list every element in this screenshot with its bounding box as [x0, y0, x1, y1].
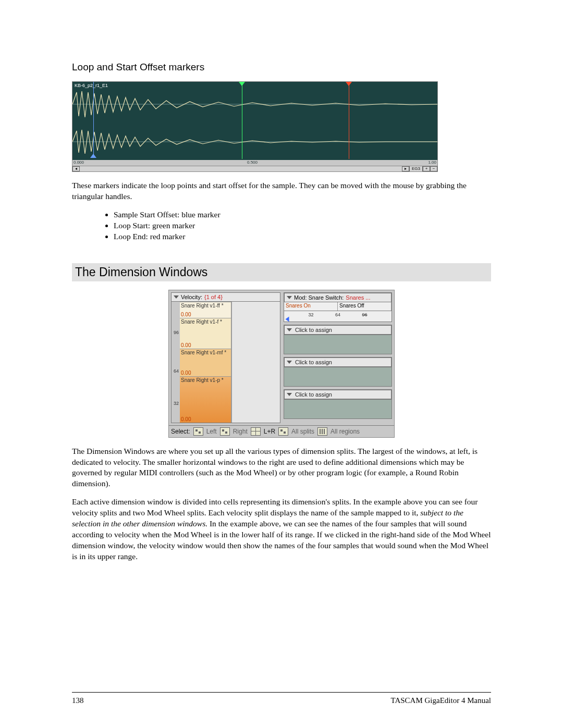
- select-left-button[interactable]: Left: [206, 428, 217, 435]
- list-item: Loop End: red marker: [114, 231, 491, 242]
- velocity-split-cell[interactable]: Snare Right v1-p * 0.00: [180, 376, 231, 423]
- mod-split-on[interactable]: Snares On: [284, 302, 338, 311]
- velocity-split-cell[interactable]: Snare Right v1-mf * 0.00: [180, 349, 231, 376]
- waveform-channel-left: [72, 88, 437, 120]
- waveform-scrollbar[interactable]: ◂ ▸ EG3 + −: [72, 166, 437, 171]
- click-to-assign-label: Click to assign: [294, 359, 332, 365]
- select-all-splits-icon[interactable]: [278, 427, 288, 436]
- chevron-down-icon: [174, 295, 179, 299]
- paragraph-dim-overview: The Dimension Windows are where you set …: [72, 446, 491, 490]
- manual-title: TASCAM GigaEditor 4 Manual: [390, 696, 491, 705]
- select-lr-button[interactable]: L+R: [264, 428, 275, 435]
- select-all-regions-button[interactable]: All regions: [331, 428, 360, 435]
- velocity-split-cell[interactable]: Snare Right v1-f * 0.00: [180, 318, 231, 349]
- sample-name-label: KB-6_p2_r1_E1: [75, 83, 108, 88]
- chevron-down-icon: [287, 361, 292, 364]
- velocity-window[interactable]: Velocity: {1 of 4} 96 64 32 Snare Right …: [171, 292, 280, 423]
- scroll-left-icon[interactable]: ◂: [72, 166, 80, 171]
- paragraph-markers-intro: These markers indicate the loop points a…: [72, 180, 491, 202]
- waveform-figure: KB-6_p2_r1_E1 0.000 0.500 1.00 ◂ ▸: [72, 81, 438, 172]
- mod-scale: 32 64 96: [284, 311, 391, 322]
- unassigned-dimension-window[interactable]: Click to assign: [284, 389, 392, 419]
- select-left-icon[interactable]: [193, 427, 203, 436]
- mod-header[interactable]: Mod: Snare Switch: Snares ...: [284, 293, 391, 302]
- velocity-header-label: Velocity:: [181, 294, 202, 300]
- select-lr-icon[interactable]: [251, 427, 261, 436]
- velocity-split-cell[interactable]: Snare Right v1-ff * 0.00: [180, 302, 231, 318]
- chevron-down-icon: [287, 328, 292, 331]
- scroll-right-icon[interactable]: ▸: [402, 166, 409, 171]
- click-to-assign-label: Click to assign: [294, 391, 332, 398]
- marker-bullet-list: Sample Start Offset: blue marker Loop St…: [72, 209, 491, 242]
- list-item: Loop Start: green marker: [114, 220, 491, 231]
- unassigned-header[interactable]: Click to assign: [284, 357, 391, 367]
- zoom-in-icon[interactable]: +: [423, 166, 430, 171]
- select-all-regions-icon[interactable]: [317, 427, 327, 436]
- mod-split-off[interactable]: Snares Off: [338, 302, 391, 311]
- footer-rule: [72, 692, 491, 693]
- mod-dimension-window[interactable]: Mod: Snare Switch: Snares ... Snares On …: [284, 292, 392, 322]
- paragraph-dim-detail: Each active dimension window is divided …: [72, 497, 491, 562]
- waveform-channel-right: [72, 126, 437, 158]
- velocity-header[interactable]: Velocity: {1 of 4}: [171, 292, 280, 302]
- unassigned-dimension-window[interactable]: Click to assign: [284, 325, 392, 354]
- chevron-down-icon: [287, 393, 292, 396]
- mod-header-selection: Snares ...: [346, 294, 370, 301]
- unassigned-header[interactable]: Click to assign: [284, 390, 391, 399]
- click-to-assign-label: Click to assign: [294, 327, 332, 333]
- edit-group-label: EG3: [409, 166, 423, 171]
- select-label: Select:: [171, 428, 190, 435]
- velocity-header-count: {1 of 4}: [204, 294, 223, 300]
- dimension-windows-figure: Velocity: {1 of 4} 96 64 32 Snare Right …: [168, 290, 395, 438]
- mod-header-label: Mod: Snare Switch:: [294, 294, 344, 301]
- chevron-down-icon: [287, 296, 292, 299]
- select-right-icon[interactable]: [220, 427, 230, 436]
- velocity-axis: 96 64 32: [172, 302, 180, 423]
- velocity-empty-column: [231, 302, 280, 423]
- page-footer: 138 TASCAM GigaEditor 4 Manual: [72, 696, 491, 705]
- unassigned-dimension-window[interactable]: Click to assign: [284, 357, 392, 387]
- dimension-select-toolbar: Select: Left Right L+R All splits All re…: [169, 425, 394, 437]
- select-right-button[interactable]: Right: [233, 428, 248, 435]
- page-number: 138: [72, 696, 84, 705]
- mod-position-indicator-icon: [285, 316, 289, 322]
- heading-dimension-windows: The Dimension Windows: [72, 263, 491, 281]
- manual-page: Loop and Start Offset markers KB-6_p2_r1…: [0, 0, 563, 728]
- unassigned-header[interactable]: Click to assign: [284, 325, 391, 335]
- select-all-splits-button[interactable]: All splits: [291, 428, 314, 435]
- heading-loop-offset: Loop and Start Offset markers: [72, 61, 491, 73]
- zoom-out-icon[interactable]: −: [430, 166, 437, 171]
- list-item: Sample Start Offset: blue marker: [114, 209, 491, 220]
